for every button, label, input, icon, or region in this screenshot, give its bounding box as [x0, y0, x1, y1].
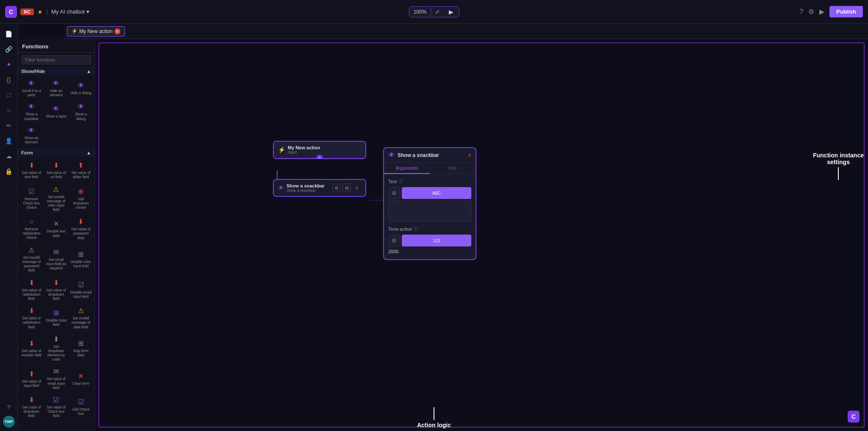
download-icon: ⬇ [29, 339, 34, 347]
fp-show-snackbar[interactable]: 👁 Show a snackbar [19, 101, 43, 123]
eye-icon: 👁 [53, 80, 59, 87]
help-icon[interactable]: ? [799, 8, 803, 16]
settings-icon[interactable]: ⚙ [808, 8, 814, 16]
fp-disable-color[interactable]: ⊞ Disable color input field [69, 243, 93, 275]
fp-get-dropdown-code[interactable]: ⬇ Get code of dropdown field [19, 393, 43, 421]
action-node-subtitle: iStart [288, 150, 320, 154]
sidebar-icon-circle[interactable]: ○ [2, 104, 16, 117]
project-name[interactable]: My AI chatbot ▾ [51, 8, 89, 15]
fp-set-invalid-password[interactable]: ⚠ Set invalid message of password field [19, 243, 43, 275]
sidebar-icon-pages[interactable]: 📄 [2, 27, 16, 41]
time-icon-btn[interactable]: ⊞ [388, 235, 400, 246]
eye-icon: 👁 [53, 105, 59, 113]
func-node-settings-btn[interactable]: ⚙ [332, 184, 341, 192]
sidebar-icon-actions[interactable]: ✦ [2, 58, 16, 71]
fp-get-radio-label[interactable]: ⬇ Get label of radiobutton field [19, 304, 43, 332]
eye-icon: 👁 [28, 127, 35, 134]
section-show-hide[interactable]: Show/Hide ▲ [18, 67, 95, 76]
functions-title: Functions [18, 39, 95, 53]
separator: | [46, 8, 48, 16]
sidebar-icon-cloud[interactable]: ☁ [2, 149, 16, 163]
checkbox-icon: ☑ [53, 396, 59, 404]
func-node-close-btn[interactable]: × [353, 184, 361, 192]
sidebar-icon-edit[interactable]: ✏ [2, 119, 16, 132]
text-area [388, 201, 471, 222]
time-input-tag[interactable]: 123 [402, 235, 471, 246]
fp-set-input-value[interactable]: ⬆ Set value of input field [19, 365, 43, 392]
fp-remove-checkbox[interactable]: ☑ Remove Check box choice [19, 183, 43, 215]
fp-disable-input[interactable]: ⊞ Disable input field [44, 304, 68, 332]
publish-button[interactable]: Publish [829, 6, 863, 17]
fsp-tab-info[interactable]: Info [430, 163, 476, 174]
play-icon[interactable]: ▶ [819, 8, 824, 16]
text-info-icon: ⓘ [398, 179, 403, 185]
fp-disable-email[interactable]: ☑ Disable email input field [69, 276, 93, 304]
func-settings-panel: 👁 Show a snackbar × Arguments Info Text … [383, 147, 476, 260]
fp-get-radio-value[interactable]: ⬇ Get value of radiobutton field [19, 276, 43, 304]
zoom-expand-btn[interactable]: ⤢ [431, 7, 444, 17]
fp-add-checkbox[interactable]: ☑ Add Check box [69, 393, 93, 421]
tab-my-new-action[interactable]: ⚡ My New action × [67, 26, 125, 36]
search-input[interactable] [21, 55, 91, 64]
fp-remove-radio[interactable]: ○ Remove radiobutton choice [19, 215, 43, 243]
fp-set-invalid-date[interactable]: ⚠ Set invalid message of date field [69, 304, 93, 332]
checkbox-icon: ☑ [28, 188, 34, 196]
fp-add-dropdown[interactable]: ⊕ Add dropdown choice [69, 183, 93, 215]
form-grid: ⬇ Get value of text field ⬇ Get value of… [18, 157, 95, 422]
avatar[interactable]: TWP [3, 416, 15, 428]
eye-icon: 👁 [78, 103, 84, 111]
time-info-icon: ⓘ [414, 226, 418, 232]
fsp-close-btn[interactable]: × [468, 152, 471, 159]
fp-get-url-value[interactable]: ⬇ Get value of url field [44, 159, 68, 182]
email-icon: ✉ [53, 248, 59, 256]
fp-set-checkbox-value[interactable]: ☑ Set value of Check box field [44, 393, 68, 421]
main-canvas: ⚡ My New action iStart + 👁 Show a snackb… [95, 39, 868, 431]
fp-get-dropdown-by-code[interactable]: ⬇ Get dropdown element by code [44, 333, 68, 364]
eye-icon: 👁 [78, 82, 84, 90]
func-instance-node: 👁 Show a snackbar Show a snackbar ⚙ ⊞ × [273, 179, 366, 197]
section-form[interactable]: Form ▲ [18, 148, 95, 157]
fp-get-number-value[interactable]: ⬇ Get value of number field [19, 333, 43, 364]
center-controls: 100% ⤢ ▶ [409, 6, 459, 17]
fp-show-dialog[interactable]: 👁 Show a dialog [69, 101, 93, 123]
action-node: ⚡ My New action iStart + [273, 141, 366, 159]
fp-set-invalid-color[interactable]: ⚠ Set invalid message of color input fie… [44, 183, 68, 215]
text-icon-btn[interactable]: ⊞ [388, 187, 400, 199]
fp-set-email-value[interactable]: ✉ Set value of email input field [44, 365, 68, 392]
func-node-copy-btn[interactable]: ⊞ [342, 184, 351, 192]
text-input-row: ⊞ ABC [388, 187, 471, 199]
sidebar-icon-links[interactable]: 🔗 [2, 42, 16, 56]
fp-show-layer[interactable]: 👁 Show a layer [44, 101, 68, 123]
fp-get-password[interactable]: ⬇ Get value of password field [69, 215, 93, 243]
fp-get-text-value[interactable]: ⬇ Get value of text field [19, 159, 43, 182]
fp-hide-element[interactable]: 👁 Hide an element [44, 77, 68, 100]
sidebar-icon-help[interactable]: ? [2, 400, 16, 414]
left-sidebar: 📄 🔗 ✦ {} □ ○ ✏ 👤 ☁ 🔒 ? TWP [0, 24, 18, 431]
fp-scroll-to-point[interactable]: 👁 Scroll it to a point [19, 77, 43, 100]
action-node-title: My New action [288, 145, 320, 150]
fp-set-slider-value[interactable]: ⬆ Set value of slider field [69, 159, 93, 182]
star-icon[interactable]: ★ [37, 8, 43, 15]
fp-set-email-required[interactable]: ✉ Set email input field as required [44, 243, 68, 275]
zoom-play-btn[interactable]: ▶ [444, 7, 459, 17]
tab-close-btn[interactable]: × [114, 28, 120, 34]
sidebar-icon-user[interactable]: 👤 [2, 134, 16, 148]
fsp-tab-arguments[interactable]: Arguments [384, 163, 430, 174]
fp-clear-form[interactable]: ✕ Clear form [69, 365, 93, 392]
fp-hide-dialog[interactable]: 👁 Hide a dialog [69, 77, 93, 100]
dropdown-icon: ⬇ [53, 335, 59, 343]
text-input-tag[interactable]: ABC [402, 187, 471, 199]
show-hide-grid: 👁 Scroll it to a point 👁 Hide an element… [18, 76, 95, 148]
fsp-body: Text ⓘ ⊞ ABC Time active ⓘ ⊞ 123 2000 [384, 174, 476, 259]
map-icon: ⊞ [78, 339, 83, 347]
fp-map-form[interactable]: ⊞ Map form data [69, 333, 93, 364]
sidebar-icon-box[interactable]: □ [2, 88, 16, 102]
sidebar-icon-lock[interactable]: 🔒 [2, 165, 16, 178]
fp-show-element[interactable]: 👁 Show an element [19, 124, 43, 147]
sidebar-icon-code[interactable]: {} [2, 73, 16, 87]
download-icon: ⬇ [29, 161, 34, 169]
fp-get-dropdown-value[interactable]: ⬇ Get value of dropdown field [44, 276, 68, 304]
fsp-eye-icon: 👁 [388, 151, 395, 159]
fp-disable-text[interactable]: ✕ Disable text field [44, 215, 68, 243]
zoom-value[interactable]: 100% [409, 7, 431, 17]
